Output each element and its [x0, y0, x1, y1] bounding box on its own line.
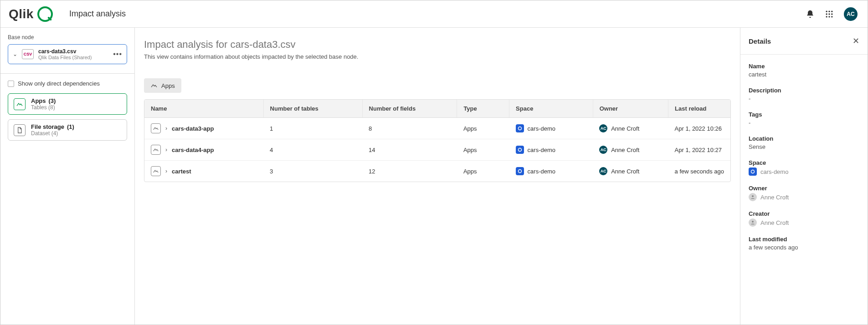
- details-location-label: Location: [749, 135, 859, 142]
- apps-table: Name Number of tables Number of fields T…: [144, 99, 731, 182]
- col-type[interactable]: Type: [457, 100, 509, 118]
- details-description-label: Description: [749, 87, 859, 94]
- row-name: cars-data3-app: [172, 125, 214, 132]
- table-row[interactable]: › cars-data3-app 1 8 Apps cars-demo ACAn…: [144, 118, 730, 139]
- row-space: cars-demo: [528, 168, 555, 175]
- csv-file-icon: CSV: [22, 49, 34, 59]
- row-tables: 4: [263, 139, 362, 161]
- tab-apps-label: Apps: [161, 82, 175, 89]
- svg-point-3: [826, 13, 827, 15]
- svg-point-11: [518, 170, 521, 173]
- person-icon: [749, 193, 757, 201]
- svg-point-13: [752, 195, 754, 197]
- space-icon: [516, 167, 524, 175]
- row-type: Apps: [457, 139, 509, 161]
- svg-point-9: [518, 127, 521, 130]
- details-owner-label: Owner: [749, 185, 859, 192]
- row-type: Apps: [457, 118, 509, 139]
- notifications-icon[interactable]: [806, 10, 815, 19]
- row-fields: 12: [362, 161, 457, 182]
- details-panel: Details ✕ Name cartest Description - Tag…: [740, 28, 868, 325]
- content-heading: Impact analysis for cars-data3.csv: [144, 39, 740, 51]
- svg-point-7: [828, 16, 830, 17]
- row-tables: 3: [263, 161, 362, 182]
- col-name[interactable]: Name: [144, 100, 263, 118]
- owner-avatar-icon: AC: [599, 124, 607, 132]
- category-apps[interactable]: Apps(3) Tables (8): [8, 93, 127, 115]
- table-row[interactable]: › cartest 3 12 Apps cars-demo ACAnne Cro…: [144, 161, 730, 182]
- space-icon: [516, 146, 524, 154]
- category-apps-sub: Tables (8): [31, 104, 56, 111]
- col-owner[interactable]: Owner: [593, 100, 668, 118]
- table-row[interactable]: › cars-data4-app 4 14 Apps cars-demo ACA…: [144, 139, 730, 161]
- content-subheading: This view contains information about obj…: [144, 53, 740, 60]
- details-creator-label: Creator: [749, 210, 859, 217]
- svg-point-12: [751, 170, 755, 173]
- close-icon[interactable]: ✕: [853, 36, 859, 46]
- chevron-down-icon[interactable]: ⌄: [13, 51, 17, 57]
- details-tags-label: Tags: [749, 111, 859, 118]
- col-last-reload[interactable]: Last reload: [668, 100, 730, 118]
- row-last-reload: a few seconds ago: [668, 161, 730, 182]
- category-apps-count: (3): [49, 97, 56, 104]
- svg-point-14: [752, 221, 754, 223]
- base-node-label: Base node: [8, 34, 127, 41]
- col-tables[interactable]: Number of tables: [263, 100, 362, 118]
- details-space-value: cars-demo: [760, 168, 788, 175]
- app-launcher-icon[interactable]: [825, 10, 834, 19]
- details-name-value: cartest: [749, 71, 859, 78]
- chevron-right-icon[interactable]: ›: [165, 147, 167, 153]
- details-description-value: -: [749, 95, 859, 102]
- details-owner-value: Anne Croft: [760, 194, 789, 201]
- checkbox-icon: [8, 81, 14, 87]
- details-creator-value: Anne Croft: [760, 219, 789, 226]
- details-lastmod-label: Last modified: [749, 236, 859, 243]
- category-file-storage[interactable]: File storage(1) Dataset (4): [8, 119, 127, 141]
- details-location-value: Sense: [749, 143, 859, 150]
- svg-point-5: [831, 13, 832, 15]
- space-icon: [516, 124, 524, 132]
- svg-point-0: [826, 10, 827, 12]
- main-content: Impact analysis for cars-data3.csv This …: [135, 28, 740, 325]
- space-icon: [749, 168, 757, 176]
- sidebar: Base node ⌄ CSV cars-data3.csv Qlik Data…: [0, 28, 135, 325]
- svg-point-6: [826, 16, 827, 17]
- row-fields: 14: [362, 139, 457, 161]
- category-apps-title: Apps: [31, 97, 46, 104]
- chevron-right-icon[interactable]: ›: [165, 168, 167, 174]
- details-title: Details: [749, 37, 771, 45]
- col-fields[interactable]: Number of fields: [362, 100, 457, 118]
- row-name: cartest: [172, 168, 191, 175]
- details-lastmod-value: a few seconds ago: [749, 244, 859, 251]
- app-icon: [151, 166, 161, 176]
- row-last-reload: Apr 1, 2022 10:26: [668, 118, 730, 139]
- col-space[interactable]: Space: [509, 100, 593, 118]
- row-owner: Anne Croft: [611, 168, 639, 175]
- owner-avatar-icon: AC: [599, 146, 607, 154]
- user-avatar[interactable]: AC: [844, 7, 858, 21]
- row-tables: 1: [263, 118, 362, 139]
- row-space: cars-demo: [528, 147, 555, 153]
- details-space-label: Space: [749, 159, 859, 166]
- row-last-reload: Apr 1, 2022 10:27: [668, 139, 730, 161]
- row-name: cars-data4-app: [172, 147, 214, 153]
- more-options-icon[interactable]: •••: [113, 50, 122, 58]
- show-direct-label: Show only direct dependencies: [18, 80, 100, 87]
- page-title: Impact analysis: [69, 9, 126, 19]
- details-tags-value: -: [749, 119, 859, 126]
- row-owner: Anne Croft: [611, 125, 639, 132]
- qlik-logo[interactable]: Qlik: [9, 6, 53, 22]
- row-fields: 8: [362, 118, 457, 139]
- chevron-right-icon[interactable]: ›: [165, 125, 167, 132]
- show-direct-checkbox[interactable]: Show only direct dependencies: [8, 80, 127, 87]
- svg-point-4: [828, 13, 830, 15]
- person-icon: [749, 218, 757, 227]
- file-icon: [14, 124, 26, 136]
- base-node-name: cars-data3.csv: [38, 48, 92, 55]
- category-filestorage-sub: Dataset (4): [31, 130, 74, 137]
- row-type: Apps: [457, 161, 509, 182]
- row-owner: Anne Croft: [611, 147, 639, 153]
- tab-apps[interactable]: Apps: [144, 78, 181, 93]
- base-node-card[interactable]: ⌄ CSV cars-data3.csv Qlik Data Files (Sh…: [8, 44, 127, 64]
- base-node-subtitle: Qlik Data Files (Shared): [38, 55, 92, 60]
